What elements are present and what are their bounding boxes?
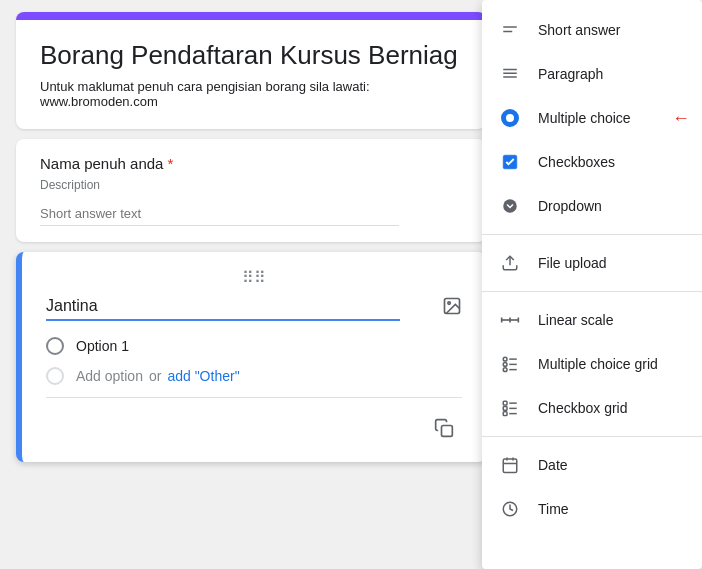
menu-label-multiple-choice: Multiple choice bbox=[538, 110, 631, 126]
jantina-input[interactable] bbox=[46, 297, 400, 321]
linear-scale-icon bbox=[498, 308, 522, 332]
svg-point-1 bbox=[448, 302, 451, 305]
checkbox-grid-icon bbox=[498, 396, 522, 420]
form-header: Borang Pendaftaran Kursus Berniag Untuk … bbox=[16, 12, 486, 129]
form-description: Untuk maklumat penuh cara pengisian bora… bbox=[40, 79, 462, 109]
image-icon bbox=[442, 296, 462, 316]
menu-label-date: Date bbox=[538, 457, 568, 473]
short-answer-input[interactable] bbox=[40, 206, 399, 226]
name-field-card: Nama penuh anda* Description bbox=[16, 139, 486, 242]
short-answer-icon bbox=[498, 18, 522, 42]
svg-point-9 bbox=[503, 199, 517, 213]
menu-divider-2 bbox=[482, 291, 702, 292]
time-icon bbox=[498, 497, 522, 521]
svg-rect-16 bbox=[503, 363, 507, 367]
menu-label-time: Time bbox=[538, 501, 569, 517]
menu-item-multiple-choice[interactable]: Multiple choice ← bbox=[482, 96, 702, 140]
add-other-link[interactable]: add "Other" bbox=[167, 368, 239, 384]
menu-label-checkboxes: Checkboxes bbox=[538, 154, 615, 170]
menu-label-paragraph: Paragraph bbox=[538, 66, 603, 82]
menu-item-checkboxes[interactable]: Checkboxes bbox=[482, 140, 702, 184]
name-field-label: Nama penuh anda* bbox=[40, 155, 462, 172]
menu-divider-3 bbox=[482, 436, 702, 437]
card-footer bbox=[46, 397, 462, 446]
form-title: Borang Pendaftaran Kursus Berniag bbox=[40, 40, 462, 71]
copy-icon bbox=[434, 418, 454, 438]
menu-item-date[interactable]: Date bbox=[482, 443, 702, 487]
menu-label-dropdown: Dropdown bbox=[538, 198, 602, 214]
option-1-text: Option 1 bbox=[76, 338, 129, 354]
menu-label-mc-grid: Multiple choice grid bbox=[538, 356, 658, 372]
selected-arrow: ← bbox=[672, 108, 690, 129]
menu-item-linear-scale[interactable]: Linear scale bbox=[482, 298, 702, 342]
svg-rect-22 bbox=[503, 407, 507, 411]
menu-item-time[interactable]: Time bbox=[482, 487, 702, 531]
field-description: Description bbox=[40, 178, 462, 192]
add-option-row: Add option or add "Other" bbox=[46, 367, 462, 385]
radio-add-option bbox=[46, 367, 64, 385]
menu-item-checkbox-grid[interactable]: Checkbox grid bbox=[482, 386, 702, 430]
menu-item-paragraph[interactable]: Paragraph bbox=[482, 52, 702, 96]
file-upload-icon bbox=[498, 251, 522, 275]
menu-item-dropdown[interactable]: Dropdown bbox=[482, 184, 702, 228]
add-option-text[interactable]: Add option bbox=[76, 368, 143, 384]
menu-label-short-answer: Short answer bbox=[538, 22, 620, 38]
active-field-card: ⠿⠿ Option 1 Add option or add "Other" bbox=[16, 252, 486, 462]
option-1-row: Option 1 bbox=[46, 337, 462, 355]
menu-item-short-answer[interactable]: Short answer bbox=[482, 8, 702, 52]
svg-rect-27 bbox=[503, 459, 517, 473]
radio-option-1 bbox=[46, 337, 64, 355]
svg-rect-17 bbox=[503, 368, 507, 372]
svg-rect-2 bbox=[442, 426, 453, 437]
multiple-choice-icon bbox=[498, 106, 522, 130]
mc-grid-icon bbox=[498, 352, 522, 376]
dropdown-icon bbox=[498, 194, 522, 218]
menu-divider-1 bbox=[482, 234, 702, 235]
paragraph-icon bbox=[498, 62, 522, 86]
copy-button[interactable] bbox=[426, 410, 462, 446]
svg-rect-23 bbox=[503, 412, 507, 416]
menu-label-file-upload: File upload bbox=[538, 255, 607, 271]
menu-item-file-upload[interactable]: File upload bbox=[482, 241, 702, 285]
drag-handle[interactable]: ⠿⠿ bbox=[46, 268, 462, 287]
menu-label-linear-scale: Linear scale bbox=[538, 312, 614, 328]
required-star: * bbox=[167, 155, 173, 172]
svg-rect-15 bbox=[503, 357, 507, 361]
date-icon bbox=[498, 453, 522, 477]
svg-rect-21 bbox=[503, 401, 507, 405]
type-dropdown-menu: Short answer Paragraph Multiple choice ← bbox=[482, 0, 702, 569]
checkboxes-icon bbox=[498, 150, 522, 174]
menu-item-mc-grid[interactable]: Multiple choice grid bbox=[482, 342, 702, 386]
or-text: or bbox=[149, 368, 161, 384]
image-icon-button[interactable] bbox=[434, 288, 470, 324]
menu-label-checkbox-grid: Checkbox grid bbox=[538, 400, 628, 416]
